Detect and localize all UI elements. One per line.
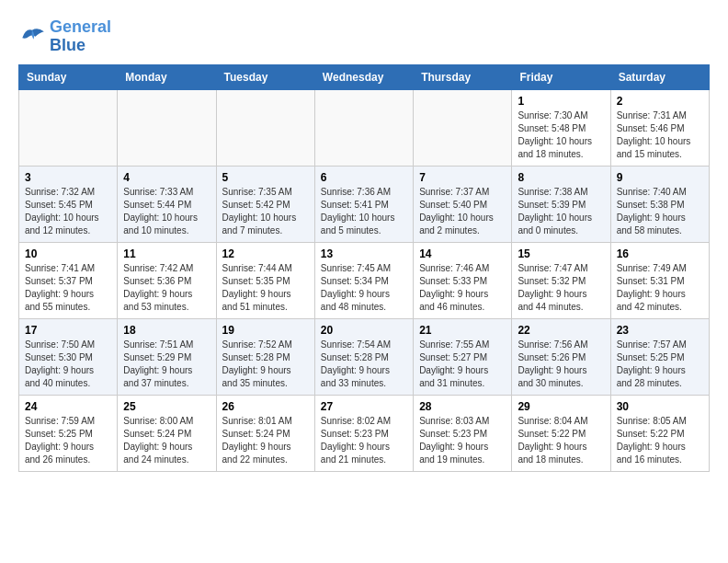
calendar-cell: 25Sunrise: 8:00 AM Sunset: 5:24 PM Dayli… xyxy=(118,395,216,471)
day-info: Sunrise: 8:03 AM Sunset: 5:23 PM Dayligh… xyxy=(419,415,506,466)
calendar-cell: 24Sunrise: 7:59 AM Sunset: 5:25 PM Dayli… xyxy=(19,395,118,471)
day-info: Sunrise: 8:00 AM Sunset: 5:24 PM Dayligh… xyxy=(123,415,210,466)
day-info: Sunrise: 7:59 AM Sunset: 5:25 PM Dayligh… xyxy=(25,415,111,466)
page-header: General Blue xyxy=(18,18,710,55)
day-info: Sunrise: 7:30 AM Sunset: 5:48 PM Dayligh… xyxy=(518,109,604,161)
day-number: 11 xyxy=(123,247,210,260)
week-row-4: 17Sunrise: 7:50 AM Sunset: 5:30 PM Dayli… xyxy=(19,318,710,395)
weekday-header-tuesday: Tuesday xyxy=(216,64,314,89)
week-row-1: 1Sunrise: 7:30 AM Sunset: 5:48 PM Daylig… xyxy=(19,89,710,166)
day-info: Sunrise: 7:47 AM Sunset: 5:32 PM Dayligh… xyxy=(518,262,604,314)
calendar-cell: 2Sunrise: 7:31 AM Sunset: 5:46 PM Daylig… xyxy=(610,89,709,166)
day-info: Sunrise: 7:46 AM Sunset: 5:33 PM Dayligh… xyxy=(419,262,506,314)
day-info: Sunrise: 7:32 AM Sunset: 5:45 PM Dayligh… xyxy=(25,186,111,237)
calendar-cell: 13Sunrise: 7:45 AM Sunset: 5:34 PM Dayli… xyxy=(314,242,413,318)
day-info: Sunrise: 7:44 AM Sunset: 5:35 PM Dayligh… xyxy=(222,262,309,314)
day-info: Sunrise: 8:05 AM Sunset: 5:22 PM Dayligh… xyxy=(617,415,703,466)
day-number: 9 xyxy=(617,171,703,184)
calendar-cell: 4Sunrise: 7:33 AM Sunset: 5:44 PM Daylig… xyxy=(118,166,216,242)
calendar-cell: 5Sunrise: 7:35 AM Sunset: 5:42 PM Daylig… xyxy=(216,166,314,242)
day-number: 21 xyxy=(419,324,506,337)
calendar-table: SundayMondayTuesdayWednesdayThursdayFrid… xyxy=(18,64,710,472)
calendar-cell: 10Sunrise: 7:41 AM Sunset: 5:37 PM Dayli… xyxy=(19,242,118,318)
calendar-cell: 18Sunrise: 7:51 AM Sunset: 5:29 PM Dayli… xyxy=(118,318,216,395)
weekday-header-friday: Friday xyxy=(512,64,610,89)
weekday-header-sunday: Sunday xyxy=(19,64,118,89)
week-row-2: 3Sunrise: 7:32 AM Sunset: 5:45 PM Daylig… xyxy=(19,166,710,242)
day-info: Sunrise: 8:01 AM Sunset: 5:24 PM Dayligh… xyxy=(222,415,309,466)
day-info: Sunrise: 7:35 AM Sunset: 5:42 PM Dayligh… xyxy=(222,186,309,237)
day-number: 20 xyxy=(321,324,407,337)
day-number: 1 xyxy=(518,95,604,108)
day-info: Sunrise: 7:51 AM Sunset: 5:29 PM Dayligh… xyxy=(123,339,210,390)
calendar-cell: 15Sunrise: 7:47 AM Sunset: 5:32 PM Dayli… xyxy=(512,242,610,318)
day-number: 30 xyxy=(617,400,703,413)
weekday-header-row: SundayMondayTuesdayWednesdayThursdayFrid… xyxy=(19,64,710,89)
day-number: 15 xyxy=(518,247,604,260)
day-info: Sunrise: 7:38 AM Sunset: 5:39 PM Dayligh… xyxy=(518,186,604,237)
day-info: Sunrise: 7:40 AM Sunset: 5:38 PM Dayligh… xyxy=(617,186,703,237)
day-number: 4 xyxy=(123,171,210,184)
day-number: 5 xyxy=(222,171,309,184)
day-number: 18 xyxy=(123,324,210,337)
calendar-cell: 30Sunrise: 8:05 AM Sunset: 5:22 PM Dayli… xyxy=(610,395,709,471)
logo: General Blue xyxy=(18,18,111,55)
calendar-cell: 7Sunrise: 7:37 AM Sunset: 5:40 PM Daylig… xyxy=(414,166,512,242)
day-number: 26 xyxy=(222,400,309,413)
calendar-cell: 22Sunrise: 7:56 AM Sunset: 5:26 PM Dayli… xyxy=(512,318,610,395)
calendar-cell: 27Sunrise: 8:02 AM Sunset: 5:23 PM Dayli… xyxy=(314,395,413,471)
day-info: Sunrise: 8:04 AM Sunset: 5:22 PM Dayligh… xyxy=(518,415,604,466)
day-number: 19 xyxy=(222,324,309,337)
day-info: Sunrise: 7:56 AM Sunset: 5:26 PM Dayligh… xyxy=(518,339,604,390)
calendar-cell xyxy=(118,89,216,166)
day-number: 12 xyxy=(222,247,309,260)
day-info: Sunrise: 7:57 AM Sunset: 5:25 PM Dayligh… xyxy=(617,339,703,390)
week-row-5: 24Sunrise: 7:59 AM Sunset: 5:25 PM Dayli… xyxy=(19,395,710,471)
calendar-cell: 29Sunrise: 8:04 AM Sunset: 5:22 PM Dayli… xyxy=(512,395,610,471)
week-row-3: 10Sunrise: 7:41 AM Sunset: 5:37 PM Dayli… xyxy=(19,242,710,318)
day-number: 3 xyxy=(25,171,111,184)
day-info: Sunrise: 7:52 AM Sunset: 5:28 PM Dayligh… xyxy=(222,339,309,390)
calendar-cell: 28Sunrise: 8:03 AM Sunset: 5:23 PM Dayli… xyxy=(414,395,512,471)
logo-text: General Blue xyxy=(50,18,111,55)
weekday-header-wednesday: Wednesday xyxy=(314,64,413,89)
calendar-cell: 23Sunrise: 7:57 AM Sunset: 5:25 PM Dayli… xyxy=(610,318,709,395)
day-info: Sunrise: 7:33 AM Sunset: 5:44 PM Dayligh… xyxy=(123,186,210,237)
calendar-cell: 14Sunrise: 7:46 AM Sunset: 5:33 PM Dayli… xyxy=(414,242,512,318)
calendar-cell: 21Sunrise: 7:55 AM Sunset: 5:27 PM Dayli… xyxy=(414,318,512,395)
logo-bird-icon xyxy=(18,25,46,48)
day-info: Sunrise: 7:42 AM Sunset: 5:36 PM Dayligh… xyxy=(123,262,210,314)
day-number: 17 xyxy=(25,324,111,337)
calendar-cell: 9Sunrise: 7:40 AM Sunset: 5:38 PM Daylig… xyxy=(610,166,709,242)
day-info: Sunrise: 8:02 AM Sunset: 5:23 PM Dayligh… xyxy=(321,415,407,466)
calendar-cell: 11Sunrise: 7:42 AM Sunset: 5:36 PM Dayli… xyxy=(118,242,216,318)
day-info: Sunrise: 7:45 AM Sunset: 5:34 PM Dayligh… xyxy=(321,262,407,314)
calendar-cell: 1Sunrise: 7:30 AM Sunset: 5:48 PM Daylig… xyxy=(512,89,610,166)
calendar-cell: 17Sunrise: 7:50 AM Sunset: 5:30 PM Dayli… xyxy=(19,318,118,395)
day-number: 22 xyxy=(518,324,604,337)
day-info: Sunrise: 7:55 AM Sunset: 5:27 PM Dayligh… xyxy=(419,339,506,390)
calendar-cell xyxy=(314,89,413,166)
calendar-cell: 8Sunrise: 7:38 AM Sunset: 5:39 PM Daylig… xyxy=(512,166,610,242)
weekday-header-monday: Monday xyxy=(118,64,216,89)
calendar-cell xyxy=(216,89,314,166)
day-info: Sunrise: 7:36 AM Sunset: 5:41 PM Dayligh… xyxy=(321,186,407,237)
day-number: 2 xyxy=(617,95,703,108)
day-number: 7 xyxy=(419,171,506,184)
weekday-header-saturday: Saturday xyxy=(610,64,709,89)
day-info: Sunrise: 7:54 AM Sunset: 5:28 PM Dayligh… xyxy=(321,339,407,390)
calendar-cell xyxy=(414,89,512,166)
calendar-cell: 16Sunrise: 7:49 AM Sunset: 5:31 PM Dayli… xyxy=(610,242,709,318)
day-number: 25 xyxy=(123,400,210,413)
day-info: Sunrise: 7:37 AM Sunset: 5:40 PM Dayligh… xyxy=(419,186,506,237)
day-info: Sunrise: 7:50 AM Sunset: 5:30 PM Dayligh… xyxy=(25,339,111,390)
day-number: 8 xyxy=(518,171,604,184)
calendar-cell: 3Sunrise: 7:32 AM Sunset: 5:45 PM Daylig… xyxy=(19,166,118,242)
day-info: Sunrise: 7:49 AM Sunset: 5:31 PM Dayligh… xyxy=(617,262,703,314)
day-number: 29 xyxy=(518,400,604,413)
calendar-cell: 20Sunrise: 7:54 AM Sunset: 5:28 PM Dayli… xyxy=(314,318,413,395)
day-number: 27 xyxy=(321,400,407,413)
calendar-cell: 12Sunrise: 7:44 AM Sunset: 5:35 PM Dayli… xyxy=(216,242,314,318)
calendar-cell xyxy=(19,89,118,166)
calendar-cell: 6Sunrise: 7:36 AM Sunset: 5:41 PM Daylig… xyxy=(314,166,413,242)
